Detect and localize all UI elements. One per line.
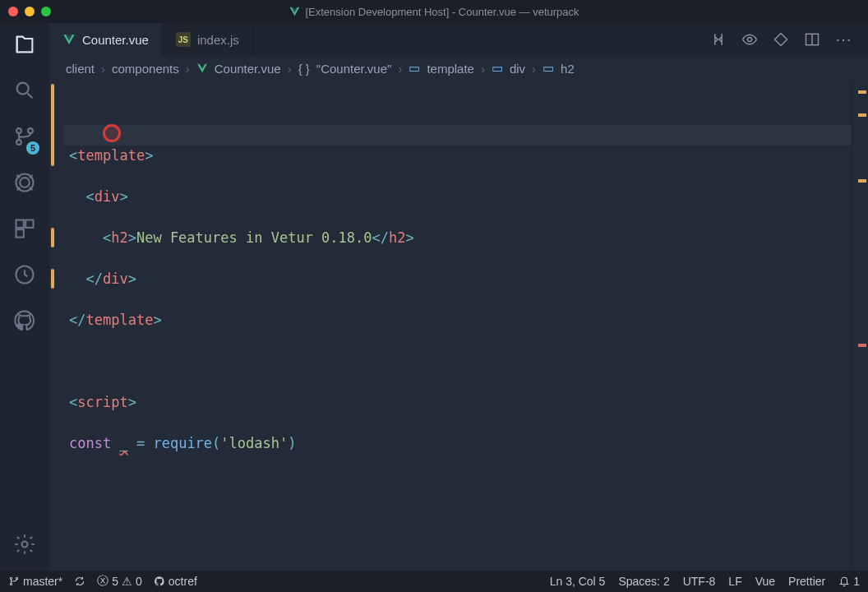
svg-rect-6	[16, 220, 24, 228]
chevron-right-icon: ›	[481, 62, 485, 76]
activity-bar: 5	[0, 23, 49, 571]
vue-icon	[62, 33, 76, 46]
svg-point-11	[748, 38, 752, 42]
svg-rect-8	[16, 229, 24, 237]
tab-index-js[interactable]: JS index.js	[163, 23, 253, 56]
crumb-file[interactable]: Counter.vue	[215, 62, 281, 76]
git-branch-status[interactable]: master*	[8, 575, 62, 588]
split-editor-icon[interactable]	[804, 31, 820, 48]
bug-icon	[13, 171, 36, 194]
vue-icon	[196, 62, 208, 74]
preview-icon[interactable]	[741, 31, 758, 48]
gitlens-button[interactable]	[13, 263, 36, 289]
maximize-window-button[interactable]	[41, 7, 51, 16]
explorer-button[interactable]	[13, 33, 36, 59]
close-window-button[interactable]	[8, 7, 18, 16]
window-controls	[8, 7, 51, 16]
chevron-right-icon: ›	[101, 62, 105, 76]
chevron-right-icon: ›	[186, 62, 190, 76]
scm-badge: 5	[26, 141, 39, 155]
chevron-right-icon: ›	[398, 62, 402, 76]
braces-icon: { }	[298, 62, 310, 76]
svg-point-1	[16, 128, 21, 133]
svg-point-14	[10, 583, 12, 585]
search-icon	[13, 79, 36, 102]
svg-point-3	[28, 128, 33, 133]
minimap[interactable]	[852, 81, 868, 571]
tag-icon: ▭	[492, 61, 503, 76]
tab-label: index.js	[197, 33, 239, 47]
notification-count: 1	[853, 575, 860, 588]
branch-name: master*	[23, 575, 62, 588]
svg-point-5	[20, 178, 30, 187]
svg-point-0	[17, 83, 29, 95]
history-icon	[13, 263, 36, 286]
github-icon	[13, 309, 36, 332]
settings-button[interactable]	[13, 533, 36, 559]
svg-rect-7	[25, 220, 33, 228]
svg-point-2	[16, 140, 21, 145]
git-branch-icon	[8, 576, 20, 587]
github-button[interactable]	[13, 309, 36, 335]
code-area[interactable]: <template> <div> <h2>New Features in Vet…	[64, 81, 852, 571]
compare-icon[interactable]	[710, 31, 727, 48]
titlebar: [Extension Development Host] - Counter.v…	[0, 0, 868, 23]
svg-point-13	[10, 577, 12, 579]
crumb-client[interactable]: client	[66, 62, 95, 76]
diamond-icon[interactable]	[773, 31, 789, 48]
editor-region: Counter.vue JS index.js ⋯ client › compo…	[49, 23, 868, 571]
crumb-symbol[interactable]: "Counter.vue"	[316, 62, 392, 76]
crumb-components[interactable]: components	[112, 62, 179, 76]
open-editors-tabs: Counter.vue JS index.js ⋯	[49, 23, 868, 56]
tag-icon: ▭	[542, 61, 554, 76]
gutter	[49, 81, 64, 571]
source-control-button[interactable]: 5	[13, 125, 36, 151]
svg-point-10	[22, 542, 28, 548]
svg-point-15	[16, 577, 17, 579]
minimize-window-button[interactable]	[25, 7, 35, 16]
window-title-text: [Extension Development Host] - Counter.v…	[305, 6, 579, 18]
gear-icon	[13, 533, 36, 556]
crumb-div[interactable]: div	[510, 62, 525, 76]
chevron-right-icon: ›	[532, 62, 536, 76]
extensions-icon	[13, 217, 36, 240]
window-title: [Extension Development Host] - Counter.v…	[289, 6, 579, 18]
main-area: 5 Counter.vue JS index.js	[0, 23, 868, 571]
crumb-template[interactable]: template	[427, 62, 474, 76]
vue-icon	[289, 6, 300, 17]
code-editor[interactable]: <template> <div> <h2>New Features in Vet…	[49, 81, 868, 571]
extensions-button[interactable]	[13, 217, 36, 243]
js-icon: JS	[176, 32, 191, 47]
debug-button[interactable]	[13, 171, 36, 197]
editor-actions: ⋯	[710, 23, 868, 56]
tab-counter-vue[interactable]: Counter.vue	[49, 23, 163, 56]
search-button[interactable]	[13, 79, 36, 105]
crumb-h2[interactable]: h2	[561, 62, 575, 76]
tag-icon: ▭	[409, 61, 420, 76]
tab-label: Counter.vue	[82, 33, 149, 47]
more-actions-icon[interactable]: ⋯	[835, 30, 853, 49]
chevron-right-icon: ›	[288, 62, 292, 76]
breadcrumbs[interactable]: client › components › Counter.vue › { } …	[49, 56, 868, 81]
